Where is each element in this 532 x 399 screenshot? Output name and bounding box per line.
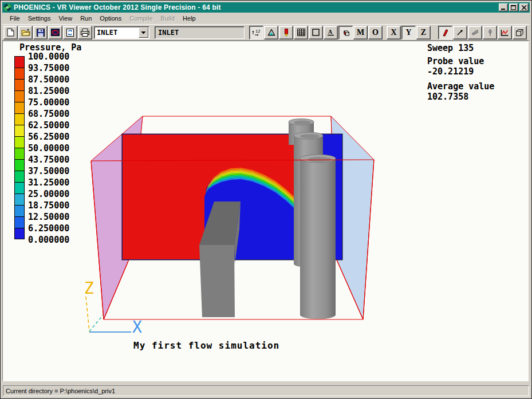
maximize-icon	[511, 5, 516, 10]
probe-value-label: Probe value	[427, 56, 484, 66]
toolbar: INLET INLET 12 A	[2, 24, 530, 41]
legend-value: 50.00000	[28, 143, 69, 152]
menu-bar: File Settings View Run Options Compile B…	[2, 13, 530, 23]
legend-value: 31.25000	[28, 177, 69, 187]
save-button[interactable]	[33, 26, 48, 39]
window-title: PHOENICS - VR Viewer October 2012 Single…	[14, 3, 499, 11]
vr-viewer-button[interactable]	[48, 26, 62, 39]
new-file-icon	[7, 28, 14, 37]
svg-text:A: A	[328, 29, 333, 35]
legend-value: 81.25000	[28, 86, 69, 95]
open-folder-icon	[21, 29, 30, 36]
axis-x-label: X	[132, 318, 142, 337]
slice-plane-icon	[442, 29, 449, 37]
streamline-icon	[471, 29, 479, 36]
object-name-field[interactable]: INLET	[155, 26, 245, 39]
legend-value: 93.75000	[28, 63, 69, 72]
new-file-button[interactable]	[3, 26, 18, 39]
current-directory: Current directory = P:\phoenics\d_priv1	[3, 385, 529, 396]
feather-icon	[487, 29, 493, 37]
legend-color-cell	[14, 68, 25, 79]
menu-settings[interactable]: Settings	[24, 14, 55, 23]
menu-file[interactable]: File	[6, 14, 24, 23]
legend-value: 6.250000	[28, 223, 69, 232]
menu-view[interactable]: View	[54, 14, 76, 23]
view-along-y-button[interactable]: Y	[401, 26, 416, 39]
legend-value: 100.0000	[28, 52, 69, 61]
probe-triangle-icon	[267, 29, 275, 36]
save-floppy-icon	[37, 29, 45, 37]
legend-colorbar	[14, 56, 25, 239]
reset-view-button[interactable]: O	[368, 26, 383, 39]
average-value: 102.7358	[427, 92, 468, 102]
legend-color-cell	[14, 56, 25, 68]
axis-y-line	[89, 314, 104, 331]
probe-position-button[interactable]	[264, 26, 278, 39]
minimize-button[interactable]	[499, 3, 508, 11]
legend-value: 25.00000	[28, 189, 69, 198]
minimize-icon	[501, 9, 505, 10]
menu-build: Build	[157, 14, 179, 23]
cylinder-front	[300, 155, 336, 319]
open-file-button[interactable]	[18, 26, 33, 39]
close-icon	[521, 5, 527, 11]
menu-help[interactable]: Help	[179, 14, 200, 23]
mesh-toggle-button[interactable]	[294, 26, 308, 39]
line-graph-icon	[501, 29, 509, 37]
menu-options[interactable]: Options	[96, 14, 125, 23]
mouse-control-icon: 12	[252, 29, 261, 37]
maximize-button[interactable]	[509, 3, 518, 11]
view-along-x-button[interactable]: X	[387, 26, 401, 39]
legend-color-cell	[14, 182, 25, 193]
domain-outline-button[interactable]	[309, 26, 323, 39]
view-direction-button[interactable]	[338, 26, 353, 39]
reload-button[interactable]	[63, 26, 77, 39]
print-button[interactable]	[78, 26, 92, 39]
mirror-view-button[interactable]: M	[353, 26, 368, 39]
legend-color-cell	[14, 228, 25, 239]
grid-icon	[297, 29, 305, 36]
vr-viewer-icon	[51, 29, 60, 36]
vector-arrow-icon	[456, 29, 464, 36]
vectors-button[interactable]	[453, 26, 467, 39]
legend-color-cell	[14, 113, 25, 125]
legend-color-cell	[14, 79, 25, 90]
chevron-down-icon	[141, 31, 146, 34]
app-icon	[3, 3, 11, 11]
legend-value: 37.50000	[28, 166, 69, 175]
mouse-control-button[interactable]: 12	[249, 26, 263, 39]
axis-z-label: Z	[84, 279, 94, 298]
square-outline-icon	[312, 29, 320, 36]
legend-color-cell	[14, 125, 25, 136]
probe-value: -20.21219	[427, 66, 474, 77]
cube-red-face-icon	[342, 29, 350, 37]
axis-z-line	[86, 297, 89, 331]
svg-text:12: 12	[255, 29, 260, 34]
view-along-z-button[interactable]: Z	[416, 26, 431, 39]
viewer-3d-canvas[interactable]: Y	[2, 41, 529, 381]
menu-run[interactable]: Run	[76, 14, 96, 23]
wireframe-box-button[interactable]	[513, 26, 527, 39]
legend-color-cell	[14, 193, 25, 205]
object-snap-button[interactable]: A	[324, 26, 338, 39]
legend-color-cell	[14, 216, 25, 228]
phoenics-vr-viewer-window: PHOENICS - VR Viewer October 2012 Single…	[0, 0, 532, 399]
graph-button[interactable]	[498, 26, 512, 39]
legend-value: 75.00000	[28, 97, 69, 106]
probe-marker-button[interactable]	[279, 26, 293, 39]
cube-wireframe-icon	[515, 29, 524, 37]
iso-surface-button[interactable]	[483, 26, 497, 39]
legend-value: 56.25000	[28, 132, 69, 141]
legend-value: 87.50000	[28, 74, 69, 84]
object-select-dropdown[interactable]: INLET	[94, 26, 149, 39]
title-bar[interactable]: PHOENICS - VR Viewer October 2012 Single…	[2, 2, 530, 13]
contour-plane-button[interactable]	[438, 26, 452, 39]
print-icon	[81, 29, 89, 37]
dropdown-arrow-button[interactable]	[139, 27, 148, 38]
close-button[interactable]	[519, 3, 529, 11]
streamlines-button[interactable]	[468, 26, 482, 39]
legend-color-cell	[14, 148, 25, 159]
legend-color-cell	[14, 171, 25, 182]
legend-color-cell	[14, 136, 25, 148]
legend-value: 18.75000	[28, 200, 69, 210]
